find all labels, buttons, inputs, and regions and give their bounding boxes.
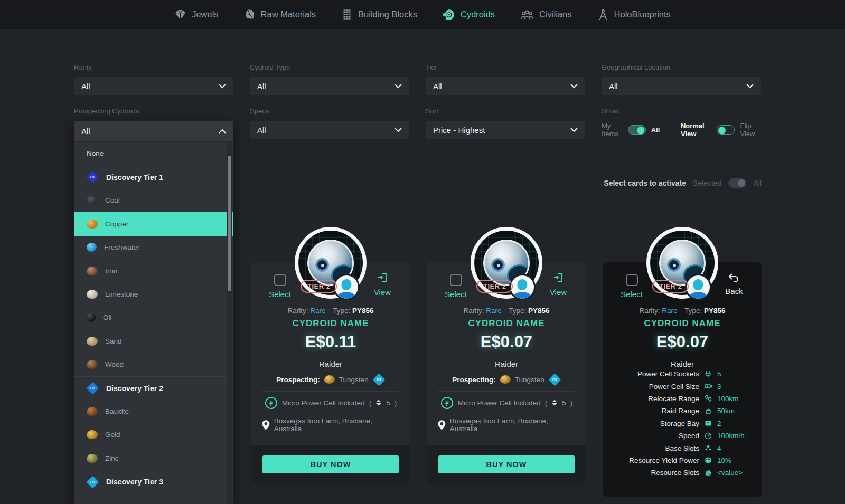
normal-view-label: Normal View [681,122,712,138]
selected-all-toggle[interactable] [728,178,746,188]
chevron-up-icon [219,129,226,134]
dropdown-scrollbar-thumb[interactable] [228,156,231,291]
type-label: Type: [684,307,702,315]
nav-label: Raw Materials [261,9,316,20]
battery-icon [703,383,713,390]
tier-select[interactable]: All [426,77,585,95]
dropdown-item-gold[interactable]: Gold [74,423,233,446]
nav-item-cydroids[interactable]: Cydroids [443,8,495,21]
nav-item-jewels[interactable]: Jewels [174,8,218,21]
selected-label: Selected [693,179,721,187]
select-checkbox[interactable] [274,274,286,286]
tier-badge: TIER 2 [476,280,513,293]
power-cell-icon [265,396,278,410]
prospecting-dropdown-header[interactable]: All [74,121,233,142]
toggle-knob [637,127,644,134]
select-label: Select [617,290,646,299]
card-footer: BUY NOW [251,445,410,484]
view-button[interactable]: View [368,272,397,297]
nav-label: HoloBlueprints [614,9,671,20]
filter-label: Sort [426,107,585,115]
nav-item-building-blocks[interactable]: Building Blocks [341,8,417,21]
divider [262,414,399,414]
sort-select[interactable]: Price - Highest [426,121,585,139]
dropdown-item-coal[interactable]: Coal [74,189,233,212]
activate-label: Select cards to activate [604,179,686,187]
specs-select[interactable]: All [250,121,409,139]
rarity-select[interactable]: All [74,77,233,95]
resource-rock-icon [703,469,713,477]
d2-diamond-icon: D2 [86,382,99,395]
select-card-control[interactable]: Select [265,274,295,299]
chevron-down-icon [395,128,402,132]
tier-value: All [433,82,442,91]
cell-diamond-icon [375,400,382,406]
cydroid-class: Raider [251,359,410,368]
dropdown-item-freshwater[interactable]: Freshwater [74,236,233,259]
nav-label: Building Blocks [358,9,417,20]
people-icon [520,9,534,21]
cydroid-type-select[interactable]: All [250,77,409,95]
rarity-label: Rarity: [287,307,308,315]
chevron-down-icon [219,84,226,88]
dropdown-item-discovery-tier-3[interactable]: D3 Discovery Tier 3 [74,470,233,493]
bauxite-icon [87,407,98,416]
nav-item-raw-materials[interactable]: Raw Materials [244,8,316,21]
dropdown-item-bauxite[interactable]: Bauxite [74,400,233,423]
dropdown-item-wood[interactable]: Wood [74,353,233,376]
nav-label: Jewels [192,9,218,20]
dropdown-item-sand[interactable]: Sand [74,329,233,353]
prospecting-resource: Tungsten [339,376,369,384]
limestone-icon [87,290,98,299]
stat-row: Resource Yield Power 10% [611,454,754,467]
nav-item-holoblueprints[interactable]: HoloBlueprints [597,8,671,21]
dropdown-item-limestone[interactable]: Limestone [74,282,233,306]
flip-view-label: Flip View [740,122,761,138]
select-checkbox[interactable] [626,274,638,286]
flip-view-icon [552,272,564,283]
stat-row: Speed 100km/h [611,430,754,442]
rarity-label: Rarity: [463,307,484,315]
chevron-down-icon [395,84,402,88]
dropdown-item-oil[interactable]: Oil [74,306,233,329]
chevron-down-icon [570,128,578,132]
tier-badge: TIER 2 [301,280,337,293]
divider [438,391,575,392]
cydroid-class: Raider [603,359,762,368]
wood-icon [87,360,98,369]
select-card-control[interactable]: Select [441,274,471,299]
specs-value: All [257,126,266,135]
location-select[interactable]: All [602,77,761,95]
dropdown-item-none[interactable]: None [74,142,233,165]
filter-label: Tier [426,63,585,71]
select-checkbox[interactable] [450,274,462,286]
cydroid-type-value: All [257,82,266,91]
tungsten-icon [324,375,335,384]
rarity-value: Rare [486,307,501,315]
dropdown-item-zinc[interactable]: Zinc [74,446,233,470]
back-button[interactable]: Back [719,272,749,296]
filter-label: Geographical Location [602,63,761,71]
dropdown-item-discovery-tier-1[interactable]: D1 Discovery Tier 1 [74,165,233,188]
power-cell-text: Micro Power Cell Included [282,399,365,407]
rarity-value: Rare [310,307,325,315]
view-flip-toggle[interactable] [717,125,735,135]
chevron-down-icon [570,84,578,88]
buy-now-button[interactable]: BUY NOW [262,455,399,473]
dropdown-item-discovery-tier-2[interactable]: D2 Discovery Tier 2 [74,376,233,400]
select-card-control[interactable]: Select [617,274,646,299]
filter-label: Cydroid Type [250,63,409,71]
speedometer-icon [703,432,713,440]
dropdown-item-copper[interactable]: Copper [74,212,233,235]
filter-rarity: Rarity All [74,63,233,95]
nav-item-civilians[interactable]: Civilians [520,9,571,21]
buy-now-button[interactable]: BUY NOW [438,455,575,473]
d3-diamond-icon: D3 [372,373,385,386]
view-button[interactable]: View [543,272,573,297]
avatar [333,274,360,300]
my-items-all-toggle[interactable] [628,125,646,135]
freshwater-icon [87,243,97,252]
dropdown-item-iron[interactable]: Iron [74,259,233,282]
yield-cube-icon [703,457,713,464]
price: E$0.07 [427,332,586,351]
